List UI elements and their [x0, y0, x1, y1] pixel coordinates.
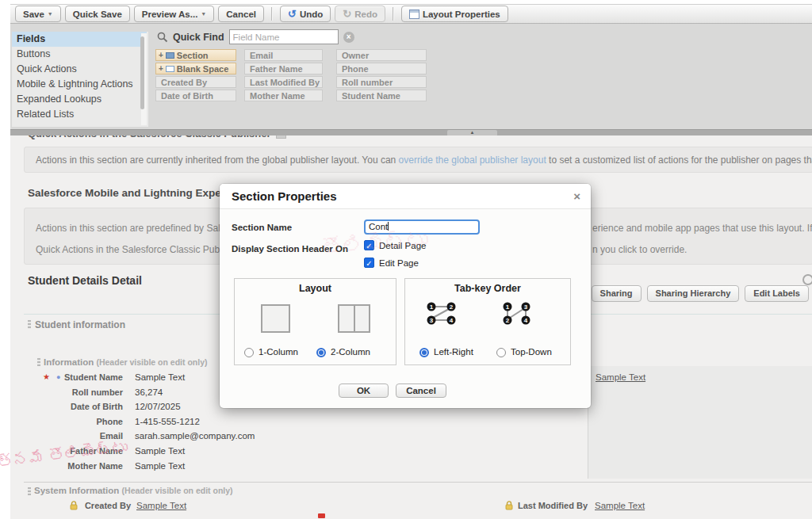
- field-label: Email: [34, 431, 123, 441]
- checkbox-label: Detail Page: [379, 241, 426, 250]
- redo-icon: ↻: [343, 9, 351, 19]
- quick-save-button-label: Quick Save: [73, 10, 122, 19]
- palette-item-created-by[interactable]: Created By: [155, 76, 236, 88]
- preview-as-button[interactable]: Preview As...▼: [134, 6, 214, 22]
- layout-properties-button-label: Layout Properties: [423, 10, 500, 19]
- cancel-button[interactable]: Cancel: [396, 384, 446, 398]
- section-header-information: Information (Header visible on edit only…: [44, 357, 207, 367]
- redo-button[interactable]: ↻Redo: [335, 6, 385, 22]
- tab-panel-title: Tab-key Order: [405, 283, 570, 294]
- action-button-sharing-hierarchy[interactable]: Sharing Hierarchy: [647, 285, 740, 302]
- search-icon: [157, 32, 168, 43]
- info-text: n you click to override.: [592, 244, 687, 255]
- override-link[interactable]: override the global publisher layout: [399, 155, 546, 166]
- plus-icon: +: [159, 50, 163, 61]
- field-value: Sample Text: [135, 461, 185, 471]
- info-text: Actions in this section are currently in…: [36, 155, 399, 166]
- edit-page-option: ✓ Edit Page: [364, 258, 419, 268]
- undo-button[interactable]: ↺Undo: [280, 6, 331, 22]
- action-button-edit-labels[interactable]: Edit Labels: [745, 285, 809, 302]
- palette-item-date-of-birth[interactable]: Date of Birth: [155, 90, 236, 101]
- palette-item-mother-name[interactable]: Mother Name: [244, 90, 323, 101]
- last-modified-by-label: Last Modified By: [518, 501, 588, 510]
- field-value: sarah.sample@company.com: [135, 431, 255, 441]
- field-value: Sample Text: [135, 372, 185, 382]
- ok-button[interactable]: OK: [339, 384, 389, 398]
- header-text: System Information: [34, 486, 119, 495]
- info-text: Actions in this section are predefined b…: [36, 223, 238, 234]
- info-text: Quick Actions in the Salesforce Classic …: [36, 244, 239, 255]
- field-label: Date of Birth: [34, 402, 123, 411]
- save-button-label: Save: [23, 10, 44, 19]
- layout-properties-button[interactable]: Layout Properties: [401, 6, 508, 22]
- sidebar-item-buttons[interactable]: Buttons: [12, 47, 140, 62]
- sidebar-item-expanded-lookups[interactable]: Expanded Lookups: [12, 92, 140, 107]
- palette-collapse-handle[interactable]: ▲: [447, 130, 497, 135]
- field-row: Emailsarah.sample@company.com: [10, 431, 574, 445]
- clear-search-icon[interactable]: ×: [343, 32, 354, 43]
- radio-label: Left-Right: [434, 347, 473, 357]
- palette-item-label: Email: [250, 51, 273, 60]
- section-name-label: Section Name: [232, 223, 292, 232]
- watermark-artifact: [318, 513, 325, 518]
- help-icon[interactable]: [802, 274, 812, 285]
- palette-item-label: Created By: [161, 78, 207, 87]
- input-value: Cont: [369, 222, 388, 231]
- detail-page-checkbox[interactable]: ✓: [364, 240, 374, 250]
- palette-item-blank-space[interactable]: +Blank Space: [155, 63, 236, 74]
- drag-handle[interactable]: [28, 487, 31, 495]
- sidebar-scrollbar-track: [141, 33, 147, 125]
- toolbar-separator: [393, 7, 394, 21]
- palette-item-label: Section: [177, 50, 209, 61]
- quick-find-input[interactable]: [229, 29, 339, 44]
- palette-item-label: Date of Birth: [161, 91, 213, 101]
- section-name-input[interactable]: Cont: [364, 219, 480, 235]
- palette-item-owner[interactable]: Owner: [336, 49, 427, 61]
- edit-page-checkbox[interactable]: ✓: [364, 258, 374, 268]
- palette-item-label: Roll number: [342, 78, 393, 87]
- save-button[interactable]: Save▼: [15, 6, 61, 22]
- field-value: 12/07/2025: [135, 402, 181, 411]
- palette-item-roll-number[interactable]: Roll number: [336, 76, 427, 88]
- close-icon[interactable]: ×: [573, 189, 580, 203]
- cancel-button[interactable]: Cancel: [218, 6, 264, 22]
- dialog-header: Section Properties ×: [220, 184, 591, 209]
- quick-save-button[interactable]: Quick Save: [65, 6, 130, 22]
- radio-label: Top-Down: [511, 347, 552, 357]
- tab-key-order-panel: Tab-key Order 1 2 3 4 1 3 2: [404, 278, 571, 365]
- radio-label: 2-Column: [331, 347, 370, 357]
- drag-handle[interactable]: [28, 320, 31, 329]
- two-column-radio[interactable]: [316, 348, 326, 357]
- sidebar-item-related-lists[interactable]: Related Lists: [12, 107, 140, 122]
- field-label: Student Name: [34, 372, 123, 382]
- dialog-title: Section Properties: [232, 189, 337, 203]
- left-right-radio[interactable]: [419, 348, 429, 357]
- field-value: Sample Text: [135, 446, 185, 456]
- sidebar-item-fields[interactable]: Fields: [12, 32, 147, 47]
- sidebar-item-mobile-lightning-actions[interactable]: Mobile & Lightning Actions: [12, 77, 140, 92]
- palette-item-section[interactable]: +Section: [155, 49, 236, 61]
- last-modified-by-value: Sample Text: [595, 501, 645, 510]
- sidebar-scrollbar-thumb[interactable]: [140, 36, 144, 109]
- plus-icon: +: [159, 63, 163, 74]
- palette-item-last-modified-by[interactable]: Last Modified By: [244, 76, 323, 88]
- palette-item-phone[interactable]: Phone: [336, 63, 427, 74]
- palette-item-email[interactable]: Email: [244, 49, 323, 61]
- lock-icon: [505, 501, 513, 510]
- dropdown-arrow-icon: ▼: [48, 11, 53, 17]
- palette-item-label: Father Name: [250, 64, 303, 74]
- palette-item-label: Student Name: [342, 91, 400, 101]
- drag-handle[interactable]: [37, 358, 40, 366]
- palette-item-student-name[interactable]: Student Name: [336, 90, 427, 101]
- dropdown-arrow-icon: ▼: [201, 11, 206, 17]
- created-by-label: Created By: [80, 501, 131, 510]
- palette-item-label: Last Modified By: [250, 78, 320, 87]
- publisher-info-text: Actions in this section are currently in…: [36, 155, 812, 166]
- palette-item-father-name[interactable]: Father Name: [244, 63, 323, 74]
- sidebar-item-quick-actions[interactable]: Quick Actions: [12, 62, 140, 77]
- action-button-sharing[interactable]: Sharing: [592, 285, 642, 302]
- field-label: Mother Name: [34, 461, 123, 471]
- section-header-student-information: Student information: [35, 319, 125, 330]
- one-column-radio[interactable]: [244, 348, 254, 357]
- top-down-radio[interactable]: [496, 348, 506, 357]
